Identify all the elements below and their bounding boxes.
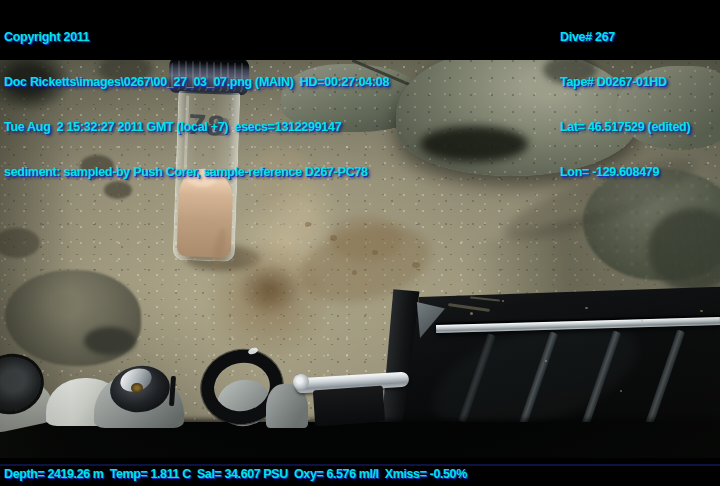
tray-handle-end (293, 374, 309, 390)
timestamp-text: Tue Aug 2 15:32:27 2011 GMT (local +7) e… (4, 120, 389, 135)
pebble (0, 228, 40, 258)
scanline-artifact (0, 464, 720, 466)
sediment-smudge (330, 216, 402, 262)
tape-number-text: Tape# D0267-01HD (560, 75, 690, 90)
sediment-speck (412, 262, 420, 268)
dive-number-text: Dive# 267 (560, 30, 690, 45)
overlay-bottom-bar: Depth= 2419.26 m Temp= 1.811 C Sal= 34.6… (0, 458, 720, 486)
handle-bracket (313, 386, 385, 427)
rov-video-frame: 78 8 (0, 0, 720, 486)
dust-speck (545, 360, 547, 362)
dust-speck (502, 300, 504, 302)
sediment-speck (330, 235, 337, 241)
dust-speck (641, 320, 643, 322)
mound-shadow (84, 327, 136, 355)
sample-annotation-text: sediment: sampled-by Push Corer, sample-… (4, 165, 389, 180)
sediment-speck (352, 270, 357, 275)
sediment-speck (305, 222, 311, 227)
dust-speck (585, 307, 588, 309)
boulder-under-shadow (420, 126, 528, 162)
sediment-speck (372, 250, 378, 255)
overlay-top-right-block: Dive# 267 Tape# D0267-01HD Lat= 46.51752… (560, 0, 690, 210)
overlay-top-left-block: Copyright 2011 Doc Ricketts\images\0267\… (4, 0, 389, 210)
longitude-text: Lon= -129.608479 (560, 165, 690, 180)
dust-speck (700, 310, 703, 312)
dust-speck (470, 312, 473, 315)
dust-speck (620, 390, 622, 392)
latitude-text: Lat= 46.517529 (edited) (560, 120, 690, 135)
core-cap-fitting (131, 383, 143, 393)
telemetry-text: Depth= 2419.26 m Temp= 1.811 C Sal= 34.6… (4, 467, 467, 482)
copyright-text: Copyright 2011 (4, 30, 389, 45)
sediment-cloud-core (238, 263, 302, 315)
overlay-top-bar: Copyright 2011 Doc Ricketts\images\0267\… (0, 0, 720, 60)
file-path-text: Doc Ricketts\images\0267\00_27_03_07.png… (4, 75, 389, 90)
